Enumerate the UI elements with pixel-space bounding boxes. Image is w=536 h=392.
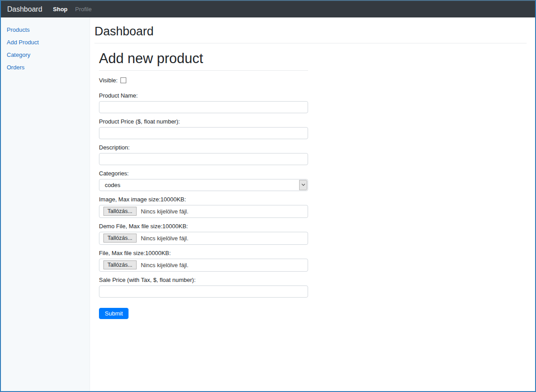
navbar-link-shop[interactable]: Shop <box>53 6 68 13</box>
demo-file-browse-button[interactable]: Tallózás... <box>103 234 137 243</box>
demo-file-status: Nincs kijelölve fájl. <box>141 235 189 242</box>
chevron-down-icon <box>299 180 307 190</box>
sale-price-input[interactable] <box>99 285 308 298</box>
categories-field-group: Categories: codes <box>99 170 308 191</box>
demo-file-label: Demo File, Max file size:10000KB: <box>99 223 308 230</box>
file-field-group: File, Max file size:10000KB: Tallózás...… <box>99 250 308 272</box>
product-price-label: Product Price ($, float number): <box>99 118 308 125</box>
product-name-field-group: Product Name: <box>99 92 308 113</box>
submit-button[interactable]: Submit <box>99 308 129 319</box>
description-input[interactable] <box>99 153 308 165</box>
image-browse-button[interactable]: Tallózás... <box>103 207 137 216</box>
navbar-link-profile[interactable]: Profile <box>75 6 92 13</box>
visible-checkbox[interactable] <box>120 77 126 83</box>
sidebar-item-add-product[interactable]: Add Product <box>1 36 90 49</box>
sale-price-field-group: Sale Price (with Tax, $, float number): <box>99 277 308 298</box>
visible-label: Visible: <box>99 77 118 84</box>
section-title: Add new product <box>99 50 527 67</box>
product-price-field-group: Product Price ($, float number): <box>99 118 308 139</box>
demo-file-input[interactable]: Tallózás... Nincs kijelölve fájl. <box>99 232 308 245</box>
content-area: Products Add Product Category Orders Das… <box>1 17 535 391</box>
description-label: Description: <box>99 144 308 151</box>
image-file-field-group: Image, Max image size:10000KB: Tallózás.… <box>99 196 308 218</box>
categories-label: Categories: <box>99 170 308 177</box>
image-file-input[interactable]: Tallózás... Nincs kijelölve fájl. <box>99 205 308 218</box>
page-title-divider <box>94 43 527 43</box>
categories-selected-value: codes <box>105 182 120 188</box>
demo-file-field-group: Demo File, Max file size:10000KB: Tallóz… <box>99 223 308 245</box>
top-navbar: Dashboard Shop Profile <box>1 1 535 17</box>
main-panel: Dashboard Add new product Visible: Produ… <box>90 17 535 391</box>
image-file-label: Image, Max image size:10000KB: <box>99 196 308 203</box>
file-label: File, Max file size:10000KB: <box>99 250 308 256</box>
product-name-input[interactable] <box>99 101 308 113</box>
sidebar-item-products[interactable]: Products <box>1 24 90 36</box>
sidebar-item-orders[interactable]: Orders <box>1 61 90 74</box>
visible-field-group: Visible: <box>99 77 308 84</box>
navbar-brand-dashboard[interactable]: Dashboard <box>7 5 42 13</box>
file-status: Nincs kijelölve fájl. <box>141 262 189 268</box>
sale-price-label: Sale Price (with Tax, $, float number): <box>99 277 308 283</box>
categories-select[interactable]: codes <box>99 179 308 191</box>
description-field-group: Description: <box>99 144 308 165</box>
section-divider <box>99 70 308 71</box>
product-name-label: Product Name: <box>99 92 308 99</box>
sidebar-item-category[interactable]: Category <box>1 49 90 61</box>
add-product-section: Add new product Visible: Product Name: <box>94 50 527 319</box>
add-product-form: Visible: Product Name: Product Price ($,… <box>99 77 308 319</box>
file-input[interactable]: Tallózás... Nincs kijelölve fájl. <box>99 259 308 272</box>
sidebar: Products Add Product Category Orders <box>1 17 90 391</box>
browser-window: Dashboard Shop Profile Products Add Prod… <box>0 0 536 392</box>
image-file-status: Nincs kijelölve fájl. <box>141 208 189 215</box>
product-price-input[interactable] <box>99 127 308 139</box>
file-browse-button[interactable]: Tallózás... <box>103 260 137 269</box>
page-title: Dashboard <box>94 24 527 38</box>
